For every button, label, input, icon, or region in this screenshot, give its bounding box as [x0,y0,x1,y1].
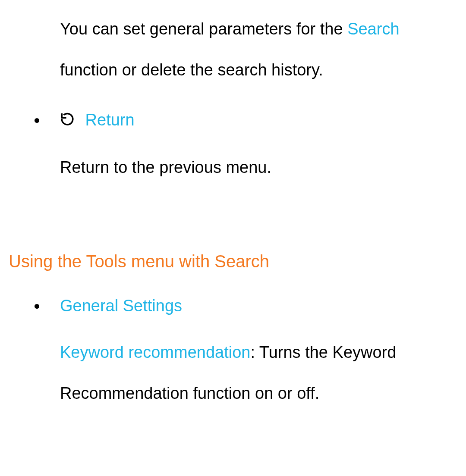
section-1-list: You can set general parameters for the S… [9,9,457,188]
item-title: General Settings [60,294,457,318]
item-description: You can set general parameters for the S… [60,9,457,91]
list-item: General Settings Keyword recommendation:… [47,294,457,414]
keyword-recommendation-link[interactable]: Keyword recommendation [60,343,250,361]
list-item: You can set general parameters for the S… [47,9,457,91]
item-description: Keyword recommendation: Turns the Keywor… [60,332,457,414]
desc-text-part1: You can set general parameters for the [60,20,347,38]
item-description: Return to the previous menu. [60,147,457,188]
desc-text-part2: function or delete the search history. [60,61,323,79]
search-link[interactable]: Search [347,20,399,38]
return-icon [60,109,75,133]
section-heading: Using the Tools menu with Search [9,248,457,274]
general-settings-link[interactable]: General Settings [60,297,182,315]
item-title: Return [60,108,457,133]
list-item: Return Return to the previous menu. [47,108,457,188]
return-link[interactable]: Return [85,111,135,129]
section-2-list: General Settings Keyword recommendation:… [9,294,457,414]
